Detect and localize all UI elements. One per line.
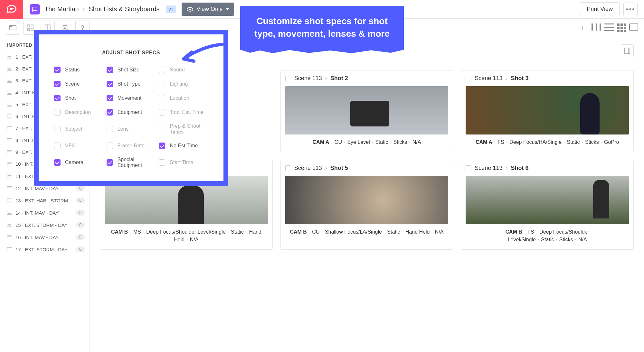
callout-arrow-icon [177,41,225,67]
spec-option-label: Special Equipment [118,157,156,168]
chevron-right-icon: › [325,75,327,82]
shot-checkbox[interactable] [285,76,291,81]
shot-checkbox[interactable] [466,76,471,81]
sidebar-scene-item[interactable]: 15 · EXT. STORM - DAY 0 [0,219,89,231]
present-view-icon[interactable] [629,23,638,31]
scene-icon [7,223,12,227]
checkbox-icon [54,109,61,116]
spec-option[interactable]: Subject [54,123,103,135]
checkbox-icon [159,81,165,87]
scene-icon [7,235,12,239]
add-button[interactable]: + [577,23,587,33]
scene-count-badge: 0 [76,185,85,191]
checkbox-icon [54,81,61,87]
breadcrumb-section[interactable]: Shot Lists & Storyboards [89,5,159,13]
shot-checkbox[interactable] [466,165,471,171]
scene-icon [7,115,12,118]
shot-card[interactable]: Scene 113 › Shot 6 CAM B·FS·Deep Focus/S… [461,160,634,250]
checkbox-icon [159,143,165,149]
checkbox-icon [159,159,165,166]
spec-option[interactable]: Special Equipment [107,157,156,168]
shot-card[interactable]: Scene 113 › Shot 5 CAM B·CU·Shallow Focu… [280,160,453,250]
scene-count-badge: 0 [76,234,85,240]
spec-option-label: Location [170,95,189,101]
scene-icon [7,150,12,154]
scene-label: 16 · INT. MAV - DAY [15,235,73,240]
spec-option[interactable]: Scene [54,81,103,87]
svg-point-8 [64,27,66,29]
shot-thumbnail[interactable] [285,176,449,224]
spec-option[interactable]: Prep & Shoot Times [159,123,208,135]
svg-rect-9 [625,48,630,54]
shot-card[interactable]: Scene 113 › Shot 2 CAM A·CU·Eye Level·St… [280,70,453,152]
spec-option[interactable]: Camera [54,157,103,168]
checkbox-icon [54,67,61,73]
project-icon[interactable] [30,4,40,14]
checkbox-icon [54,95,61,101]
breadcrumb-project[interactable]: The Martian [44,5,79,13]
checkbox-icon [54,159,61,166]
shot-card[interactable]: Scene 113 › Shot 3 CAM A·FS·Deep Focus/H… [461,70,634,152]
spec-option[interactable]: Shot Type [107,81,156,87]
spec-option[interactable]: Sound [159,67,208,73]
scene-label: 17 · EXT. STORM - DAY [15,247,73,252]
shot-scene-label: Scene 113 [294,75,322,82]
spec-option[interactable]: Shot Size [107,67,156,73]
spec-option[interactable]: VFX [54,143,103,149]
spec-option[interactable]: Movement [107,95,156,101]
shot-scene-label: Scene 113 [475,165,502,171]
spec-option[interactable]: Status [54,67,103,73]
spec-option[interactable]: No Est Time [159,143,208,149]
spec-option[interactable]: Shot [54,95,103,101]
eye-icon [187,7,193,12]
spec-option[interactable]: Frame Rate [107,143,156,149]
shot-thumbnail[interactable] [466,86,629,134]
spec-option[interactable]: Equipment [107,109,156,116]
spec-option-label: Prep & Shoot Times [170,123,208,135]
svg-rect-4 [27,28,30,31]
checkbox-icon [159,95,165,101]
spec-option[interactable]: Lighting [159,81,208,87]
grid-view-icon[interactable] [617,23,626,32]
fields-toggle-button[interactable] [621,44,634,57]
spec-option[interactable]: Total Est. Time [159,109,208,116]
feature-callout-banner: Customize shot specs for shot type, move… [240,6,404,50]
rows-view-icon[interactable] [604,23,614,31]
view-mode-dropdown[interactable]: View Only [182,3,234,16]
spec-option-label: Shot Size [118,67,139,73]
spec-option-label: Shot [65,95,76,101]
spec-option[interactable]: Location [159,95,208,101]
shot-checkbox[interactable] [285,165,291,171]
shot-thumbnail[interactable] [285,86,449,134]
app-logo[interactable] [0,0,23,19]
shot-scene-label: Scene 113 [475,75,502,82]
scene-icon [7,247,12,251]
more-menu-button[interactable]: ••• [623,3,638,16]
version-badge[interactable]: v1 [166,5,176,13]
scene-icon [7,211,12,215]
sidebar-scene-item[interactable]: 16 · INT. MAV - DAY 0 [0,231,89,243]
spec-option-label: VFX [65,143,75,149]
list-view-icon[interactable] [592,23,601,31]
print-view-button[interactable]: Print View [580,2,620,16]
shot-thumbnail[interactable] [466,176,629,224]
spec-option[interactable]: Description [54,109,103,116]
shot-scene-label: Scene 113 [294,165,322,171]
shot-specs-text: CAM B·MS·Deep Focus/Shoulder Level/Singl… [105,228,268,244]
sidebar-scene-item[interactable]: 14 · INT. MAV - DAY 0 [0,207,89,219]
shot-name-label: Shot 3 [511,75,528,82]
sidebar-scene-item[interactable]: 13 · EXT. HAB - STORM - DAY 0 [0,194,89,207]
checkbox-icon [107,109,113,116]
sidebar-scene-item[interactable]: 17 · EXT. STORM - DAY 0 [0,243,89,255]
scene-icon [7,174,12,178]
aspect-tool-button[interactable] [6,21,20,35]
spec-option[interactable]: Start Time [159,157,208,168]
checkbox-icon [159,109,165,116]
scene-icon [7,79,12,83]
spec-option[interactable]: Lens [107,123,156,135]
checkbox-icon [159,126,165,132]
spec-option-label: No Est Time [170,143,198,149]
checkbox-icon [107,81,113,87]
chevron-right-icon: › [506,75,507,82]
svg-rect-3 [31,25,33,27]
